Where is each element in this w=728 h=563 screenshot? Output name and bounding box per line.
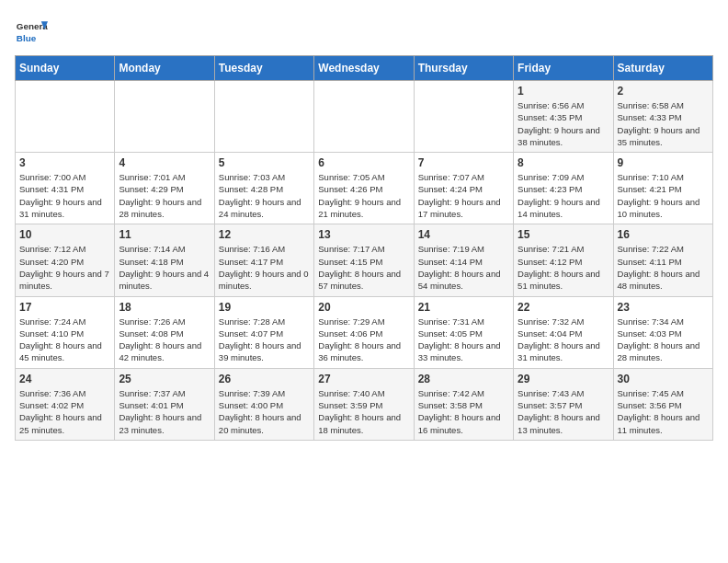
calendar-cell: 20Sunrise: 7:29 AM Sunset: 4:06 PM Dayli… (314, 296, 414, 368)
day-info: Sunrise: 7:00 AM Sunset: 4:31 PM Dayligh… (19, 171, 110, 220)
day-number: 20 (318, 301, 409, 314)
calendar-cell: 19Sunrise: 7:28 AM Sunset: 4:07 PM Dayli… (214, 296, 313, 368)
day-number: 7 (418, 156, 509, 169)
day-info: Sunrise: 7:09 AM Sunset: 4:23 PM Dayligh… (518, 171, 609, 220)
day-number: 11 (119, 228, 210, 241)
day-number: 16 (618, 228, 709, 241)
header-row: SundayMondayTuesdayWednesdayThursdayFrid… (16, 56, 713, 81)
day-number: 27 (318, 373, 409, 385)
calendar-cell (314, 81, 414, 153)
day-info: Sunrise: 7:05 AM Sunset: 4:26 PM Dayligh… (318, 171, 409, 220)
day-info: Sunrise: 7:39 AM Sunset: 4:00 PM Dayligh… (219, 387, 310, 436)
day-number: 6 (318, 156, 409, 169)
day-number: 25 (119, 373, 210, 385)
day-info: Sunrise: 7:36 AM Sunset: 4:02 PM Dayligh… (19, 387, 110, 436)
calendar-cell: 28Sunrise: 7:42 AM Sunset: 3:58 PM Dayli… (414, 368, 513, 440)
day-info: Sunrise: 6:58 AM Sunset: 4:33 PM Dayligh… (618, 99, 709, 148)
calendar-cell: 24Sunrise: 7:36 AM Sunset: 4:02 PM Dayli… (16, 368, 115, 440)
day-info: Sunrise: 7:40 AM Sunset: 3:59 PM Dayligh… (318, 387, 409, 436)
calendar-cell: 15Sunrise: 7:21 AM Sunset: 4:12 PM Dayli… (514, 224, 613, 296)
day-number: 21 (418, 301, 509, 314)
day-info: Sunrise: 7:29 AM Sunset: 4:06 PM Dayligh… (318, 316, 409, 364)
day-header-tuesday: Tuesday (214, 56, 313, 81)
day-info: Sunrise: 7:43 AM Sunset: 3:57 PM Dayligh… (518, 387, 609, 436)
week-row-2: 3Sunrise: 7:00 AM Sunset: 4:31 PM Daylig… (16, 153, 713, 224)
week-row-1: 1Sunrise: 6:56 AM Sunset: 4:35 PM Daylig… (16, 81, 713, 153)
calendar-cell: 2Sunrise: 6:58 AM Sunset: 4:33 PM Daylig… (613, 81, 712, 153)
day-info: Sunrise: 7:19 AM Sunset: 4:14 PM Dayligh… (418, 243, 509, 292)
day-info: Sunrise: 7:16 AM Sunset: 4:17 PM Dayligh… (219, 243, 310, 292)
day-header-wednesday: Wednesday (314, 56, 414, 81)
calendar-cell: 23Sunrise: 7:34 AM Sunset: 4:03 PM Dayli… (613, 296, 712, 368)
calendar-cell: 4Sunrise: 7:01 AM Sunset: 4:29 PM Daylig… (115, 153, 214, 224)
day-info: Sunrise: 7:12 AM Sunset: 4:20 PM Dayligh… (19, 243, 110, 292)
day-number: 8 (518, 156, 609, 169)
calendar-cell: 9Sunrise: 7:10 AM Sunset: 4:21 PM Daylig… (613, 153, 712, 224)
calendar-cell: 21Sunrise: 7:31 AM Sunset: 4:05 PM Dayli… (414, 296, 513, 368)
calendar-cell: 22Sunrise: 7:32 AM Sunset: 4:04 PM Dayli… (514, 296, 613, 368)
day-info: Sunrise: 7:21 AM Sunset: 4:12 PM Dayligh… (518, 243, 609, 292)
day-number: 5 (219, 156, 310, 169)
day-number: 1 (518, 85, 609, 98)
calendar-cell: 10Sunrise: 7:12 AM Sunset: 4:20 PM Dayli… (16, 224, 115, 296)
day-info: Sunrise: 7:24 AM Sunset: 4:10 PM Dayligh… (19, 316, 110, 364)
week-row-5: 24Sunrise: 7:36 AM Sunset: 4:02 PM Dayli… (16, 368, 713, 440)
day-number: 22 (518, 301, 609, 314)
day-info: Sunrise: 7:34 AM Sunset: 4:03 PM Dayligh… (618, 316, 709, 364)
day-info: Sunrise: 6:56 AM Sunset: 4:35 PM Dayligh… (518, 99, 609, 148)
day-info: Sunrise: 7:01 AM Sunset: 4:29 PM Dayligh… (119, 171, 210, 220)
calendar-cell: 26Sunrise: 7:39 AM Sunset: 4:00 PM Dayli… (214, 368, 313, 440)
day-number: 13 (318, 228, 409, 241)
calendar-cell: 14Sunrise: 7:19 AM Sunset: 4:14 PM Dayli… (414, 224, 513, 296)
day-number: 15 (518, 228, 609, 241)
day-number: 2 (618, 85, 709, 98)
day-info: Sunrise: 7:22 AM Sunset: 4:11 PM Dayligh… (618, 243, 709, 292)
day-number: 26 (219, 373, 310, 385)
day-info: Sunrise: 7:07 AM Sunset: 4:24 PM Dayligh… (418, 171, 509, 220)
calendar-cell: 1Sunrise: 6:56 AM Sunset: 4:35 PM Daylig… (514, 81, 613, 153)
day-number: 19 (219, 301, 310, 314)
day-header-sunday: Sunday (16, 56, 115, 81)
day-header-thursday: Thursday (414, 56, 513, 81)
day-number: 18 (119, 301, 210, 314)
day-number: 14 (418, 228, 509, 241)
logo: General Blue (15, 15, 48, 48)
day-number: 23 (618, 301, 709, 314)
day-header-monday: Monday (115, 56, 214, 81)
day-header-friday: Friday (514, 56, 613, 81)
calendar-cell: 27Sunrise: 7:40 AM Sunset: 3:59 PM Dayli… (314, 368, 414, 440)
svg-text:Blue: Blue (17, 33, 37, 43)
day-number: 24 (19, 373, 110, 385)
calendar-cell: 3Sunrise: 7:00 AM Sunset: 4:31 PM Daylig… (16, 153, 115, 224)
day-number: 3 (19, 156, 110, 169)
day-info: Sunrise: 7:14 AM Sunset: 4:18 PM Dayligh… (119, 243, 210, 292)
calendar-cell: 18Sunrise: 7:26 AM Sunset: 4:08 PM Dayli… (115, 296, 214, 368)
header: General Blue (15, 15, 713, 48)
calendar-cell: 11Sunrise: 7:14 AM Sunset: 4:18 PM Dayli… (115, 224, 214, 296)
calendar-cell: 17Sunrise: 7:24 AM Sunset: 4:10 PM Dayli… (16, 296, 115, 368)
calendar-cell: 6Sunrise: 7:05 AM Sunset: 4:26 PM Daylig… (314, 153, 414, 224)
calendar-cell: 5Sunrise: 7:03 AM Sunset: 4:28 PM Daylig… (214, 153, 313, 224)
day-info: Sunrise: 7:17 AM Sunset: 4:15 PM Dayligh… (318, 243, 409, 292)
day-number: 28 (418, 373, 509, 385)
week-row-3: 10Sunrise: 7:12 AM Sunset: 4:20 PM Dayli… (16, 224, 713, 296)
day-info: Sunrise: 7:42 AM Sunset: 3:58 PM Dayligh… (418, 387, 509, 436)
day-header-saturday: Saturday (613, 56, 712, 81)
day-number: 9 (618, 156, 709, 169)
day-number: 10 (19, 228, 110, 241)
calendar-cell: 7Sunrise: 7:07 AM Sunset: 4:24 PM Daylig… (414, 153, 513, 224)
calendar-cell (115, 81, 214, 153)
calendar-cell: 13Sunrise: 7:17 AM Sunset: 4:15 PM Dayli… (314, 224, 414, 296)
calendar-cell (414, 81, 513, 153)
week-row-4: 17Sunrise: 7:24 AM Sunset: 4:10 PM Dayli… (16, 296, 713, 368)
calendar-cell: 8Sunrise: 7:09 AM Sunset: 4:23 PM Daylig… (514, 153, 613, 224)
calendar-cell: 12Sunrise: 7:16 AM Sunset: 4:17 PM Dayli… (214, 224, 313, 296)
calendar-cell (214, 81, 313, 153)
calendar-cell: 16Sunrise: 7:22 AM Sunset: 4:11 PM Dayli… (613, 224, 712, 296)
day-number: 29 (518, 373, 609, 385)
day-number: 4 (119, 156, 210, 169)
day-number: 30 (618, 373, 709, 385)
day-number: 17 (19, 301, 110, 314)
calendar-cell: 25Sunrise: 7:37 AM Sunset: 4:01 PM Dayli… (115, 368, 214, 440)
day-info: Sunrise: 7:10 AM Sunset: 4:21 PM Dayligh… (618, 171, 709, 220)
